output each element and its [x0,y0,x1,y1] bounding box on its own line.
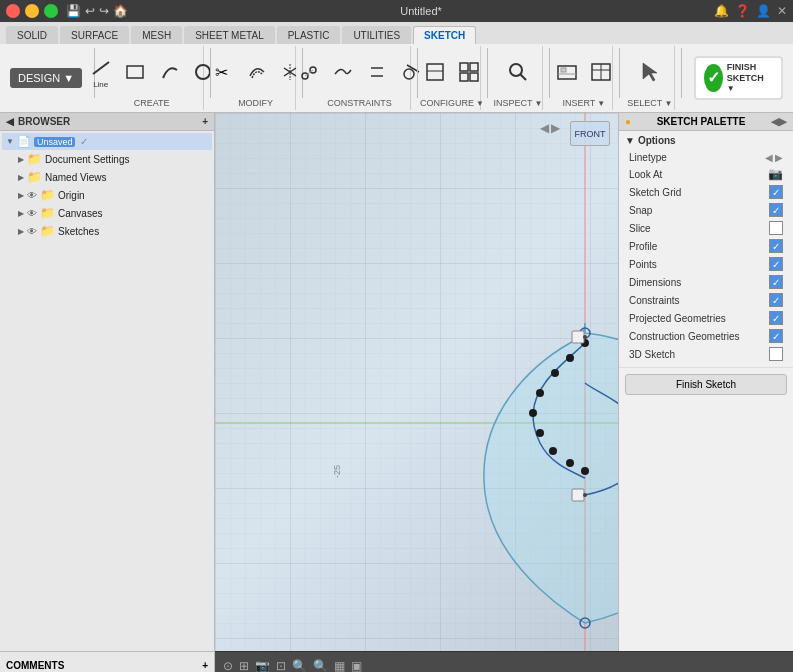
finish-sketch-button[interactable]: ✓ FINISH SKETCH ▼ [694,56,783,100]
design-button[interactable]: DESIGN ▼ [10,68,82,88]
browser-collapse-icon[interactable]: ◀ [6,116,14,127]
view-mode-icon[interactable]: ▦ [334,659,345,673]
3d-sketch-checkbox[interactable] [769,347,783,361]
slice-checkbox[interactable] [769,221,783,235]
configure-btn2[interactable] [454,58,484,86]
redo-icon[interactable]: ↪ [99,4,109,18]
finish-sketch-check: ✓ [704,64,723,92]
grid-nav-icon[interactable]: ⊞ [239,659,249,673]
constraint-handle-top[interactable] [572,331,584,343]
control-point-6[interactable] [536,429,544,437]
arc-tool-button[interactable] [154,58,184,86]
control-point-3[interactable] [551,369,559,377]
main-area: ◀ BROWSER + ▼ 📄 Unsaved ✓ ▶ 📁 Document S… [0,113,793,651]
canvas-area[interactable]: -25 -25 FRONT ◀ ▶ [215,113,618,651]
constraints-checkbox[interactable] [769,293,783,307]
save-icon[interactable]: 💾 [66,4,81,18]
sketch-grid-label: Sketch Grid [629,187,681,198]
collinear-button[interactable] [328,58,358,86]
browser-item-named-views[interactable]: ▶ 📁 Named Views [14,168,212,186]
tab-plastic[interactable]: PLASTIC [277,26,341,44]
view-cube[interactable]: FRONT [570,121,610,146]
snap-checkbox[interactable] [769,203,783,217]
select-btn[interactable] [635,58,665,86]
dimensions-checkbox[interactable] [769,275,783,289]
tab-sketch[interactable]: SKETCH [413,26,476,44]
palette-row-linetype: Linetype ◀ ▶ [625,150,787,165]
profile-checkbox[interactable] [769,239,783,253]
eye-icon-sketches[interactable]: 👁 [27,226,37,237]
eye-icon-origin[interactable]: 👁 [27,190,37,201]
projected-geom-checkbox[interactable] [769,311,783,325]
arc-icon [157,60,181,84]
zoom-fit-icon[interactable]: ⊡ [276,659,286,673]
linetype-prev-icon[interactable]: ◀ [765,152,773,163]
eye-icon-canvases[interactable]: 👁 [27,208,37,219]
wireframe-icon[interactable]: ▣ [351,659,362,673]
minimize-button[interactable] [25,4,39,18]
control-point-5[interactable] [529,409,537,417]
nav-left-icon[interactable]: ◀ [540,121,549,135]
browser-item-root[interactable]: ▼ 📄 Unsaved ✓ [2,133,212,150]
sketch-grid-checkbox[interactable] [769,185,783,199]
tab-sheet-metal[interactable]: SHEET METAL [184,26,275,44]
browser-item-sketches[interactable]: ▶ 👁 📁 Sketches [14,222,212,240]
configure-btn1[interactable] [420,58,450,86]
line-tool-button[interactable]: Line [86,54,116,91]
control-point-7[interactable] [549,447,557,455]
insert-btn1[interactable] [552,58,582,86]
comments-panel: COMMENTS + [0,651,215,672]
linetype-next-icon[interactable]: ▶ [775,152,783,163]
ribbon-group-inspect: INSPECT ▼ [493,46,543,110]
ribbon-separator-4 [417,48,418,98]
window-close-icon[interactable]: ✕ [777,4,787,18]
inspect-btn[interactable] [503,58,533,86]
select-icon [638,60,662,84]
zoom-out-icon[interactable]: 🔍 [313,659,328,673]
zoom-in-icon[interactable]: 🔍 [292,659,307,673]
offset-tool-button[interactable] [241,58,271,86]
constraint-handle-mid[interactable] [572,489,584,501]
coincident-button[interactable] [294,58,324,86]
points-checkbox[interactable] [769,257,783,271]
sketch-canvas[interactable]: -25 -25 [215,113,618,651]
undo-icon[interactable]: ↩ [85,4,95,18]
browser-item-canvases[interactable]: ▶ 👁 📁 Canvases [14,204,212,222]
user-icon[interactable]: 👤 [756,4,771,18]
rectangle-tool-button[interactable] [120,58,150,86]
comments-label: COMMENTS [6,660,64,671]
parallel-button[interactable] [362,58,392,86]
browser-item-doc-settings[interactable]: ▶ 📁 Document Settings [14,150,212,168]
maximize-button[interactable] [44,4,58,18]
nav-right-icon[interactable]: ▶ [551,121,560,135]
finish-sketch-palette-button[interactable]: Finish Sketch [625,374,787,395]
control-point-4[interactable] [536,389,544,397]
browser-add-icon[interactable]: + [202,116,208,127]
look-at-icon[interactable]: 📷 [768,167,783,181]
palette-collapse-icon[interactable]: ◀▶ [771,116,787,127]
palette-row-constraints: Constraints [625,291,787,309]
scissors-tool-button[interactable]: ✂ [207,58,237,86]
control-point-9[interactable] [581,467,589,475]
constraints-label: CONSTRAINTS [327,96,392,108]
control-point-8[interactable] [566,459,574,467]
control-point-2[interactable] [566,354,574,362]
tab-mesh[interactable]: MESH [131,26,182,44]
palette-options-title[interactable]: ▼ Options [625,135,787,146]
home-icon[interactable]: 🏠 [113,4,128,18]
camera-icon[interactable]: 📷 [255,659,270,673]
palette-row-3d-sketch: 3D Sketch [625,345,787,363]
browser-item-origin[interactable]: ▶ 👁 📁 Origin [14,186,212,204]
comments-add-icon[interactable]: + [202,660,208,671]
tab-utilities[interactable]: UTILITIES [342,26,411,44]
tab-surface[interactable]: SURFACE [60,26,129,44]
help-icon[interactable]: ❓ [735,4,750,18]
scissors-icon: ✂ [210,60,234,84]
home-nav-icon[interactable]: ⊙ [223,659,233,673]
notification-icon[interactable]: 🔔 [714,4,729,18]
ribbon-separator-5 [487,48,488,98]
close-button[interactable] [6,4,20,18]
tab-solid[interactable]: SOLID [6,26,58,44]
insert-btn2[interactable] [586,58,616,86]
construction-geom-checkbox[interactable] [769,329,783,343]
